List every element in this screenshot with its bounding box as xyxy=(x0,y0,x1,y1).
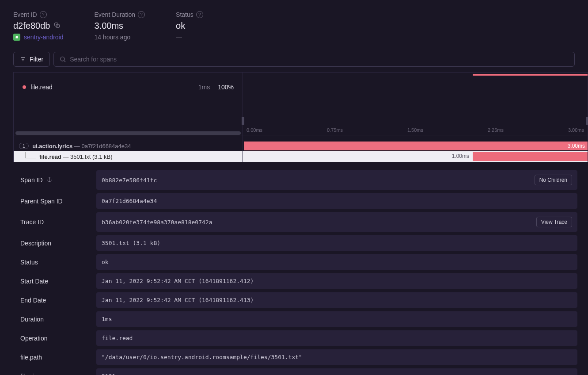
tick: 0.75ms xyxy=(327,127,343,133)
value-trace-id: b36ab020fe374fe98a370ae818e0742a xyxy=(102,219,212,226)
label-status: Status xyxy=(20,259,91,266)
toolbar: Filter xyxy=(0,47,588,72)
label-start-date: Start Date xyxy=(20,278,91,285)
legend-dot-icon xyxy=(23,85,26,89)
event-header: Event ID ? d2fe80db sentry-android Event… xyxy=(0,0,588,47)
value-start-date: Jan 11, 2022 9:52:42 AM CET (1641891162.… xyxy=(102,278,254,284)
search-icon xyxy=(59,56,66,63)
value-parent-span-id: 0a7f21d6684a4e34 xyxy=(102,198,157,204)
minimap-span-bar xyxy=(473,74,588,76)
span-duration: 3.00ms xyxy=(568,143,585,149)
legend-pct: 100% xyxy=(218,84,234,91)
label-duration: Duration xyxy=(20,316,91,323)
chart-legend-panel: file.read 1ms 100% xyxy=(14,73,243,135)
label-trace-id: Trace ID xyxy=(20,218,91,226)
view-trace-button[interactable]: View Trace xyxy=(536,217,572,227)
label-operation: Operation xyxy=(20,335,91,342)
anchor-icon[interactable] xyxy=(46,176,53,184)
search-input-wrap[interactable] xyxy=(53,52,575,67)
help-icon[interactable]: ? xyxy=(196,11,203,18)
event-duration-sub: 14 hours ago xyxy=(95,34,145,41)
event-duration-label: Event Duration xyxy=(95,11,136,18)
scrollbar-thumb[interactable] xyxy=(15,131,241,135)
tick: 3.00ms xyxy=(568,127,584,133)
project-name: sentry-android xyxy=(24,34,64,41)
tree-gap xyxy=(14,135,588,141)
filter-icon xyxy=(20,56,26,62)
event-duration-value: 3.00ms xyxy=(95,21,145,31)
event-status-sub: — xyxy=(176,34,203,41)
minimap-handle-left[interactable] xyxy=(242,117,244,125)
android-icon xyxy=(13,34,20,41)
label-parent-span-id: Parent Span ID xyxy=(20,198,91,205)
span-bar xyxy=(473,152,588,161)
minimap-handle-right[interactable] xyxy=(586,117,588,125)
filter-label: Filter xyxy=(30,56,43,63)
span-details: Span ID 0b882e7e586f41fc No Children Par… xyxy=(0,162,588,375)
help-icon[interactable]: ? xyxy=(138,11,145,18)
search-input[interactable] xyxy=(70,56,569,63)
label-file-size: file.size xyxy=(20,373,91,375)
dash: — xyxy=(61,153,70,160)
label-span-id: Span ID xyxy=(20,176,43,184)
legend-ms: 1ms xyxy=(198,84,210,91)
minimap[interactable]: 0.00ms 0.75ms 1.50ms 2.25ms 3.00ms xyxy=(243,73,588,135)
span-desc: 3501.txt (3.1 kB) xyxy=(70,153,112,160)
span-row-parent[interactable]: 1 ui.action.lyrics — 0a7f21d6684a4e34 3.… xyxy=(14,141,588,151)
event-status-label: Status xyxy=(176,11,193,18)
project-link[interactable]: sentry-android xyxy=(13,34,64,41)
value-operation: file.read xyxy=(102,335,133,341)
value-duration: 1ms xyxy=(102,316,112,322)
event-id-label: Event ID xyxy=(13,11,37,18)
no-children-button[interactable]: No Children xyxy=(535,175,572,185)
value-file-path: "/data/user/0/io.sentry.android.roomsamp… xyxy=(102,354,302,360)
event-id-value: d2fe80db xyxy=(13,21,50,31)
dash: — xyxy=(72,143,81,149)
svg-point-7 xyxy=(49,177,49,178)
event-id-block: Event ID ? d2fe80db sentry-android xyxy=(13,11,64,41)
filter-button[interactable]: Filter xyxy=(13,52,50,67)
span-bar: 3.00ms xyxy=(244,142,588,150)
svg-point-5 xyxy=(61,57,64,61)
tick: 0.00ms xyxy=(247,127,262,133)
label-file-path: file.path xyxy=(20,354,91,361)
chart-area: file.read 1ms 100% 0.00ms 0.75ms 1.50ms … xyxy=(13,72,588,135)
value-span-id: 0b882e7e586f41fc xyxy=(102,177,157,184)
svg-line-6 xyxy=(64,61,65,62)
event-status-block: Status ? ok — xyxy=(176,11,203,41)
span-id-short: 0a7f21d6684a4e34 xyxy=(81,143,131,149)
span-tree: 1 ui.action.lyrics — 0a7f21d6684a4e34 3.… xyxy=(13,135,588,162)
copy-icon[interactable] xyxy=(53,21,61,31)
time-ticks: 0.00ms 0.75ms 1.50ms 2.25ms 3.00ms xyxy=(243,127,588,133)
value-status: ok xyxy=(102,259,109,265)
legend-name: file.read xyxy=(30,84,194,91)
child-count-pill: 1 xyxy=(19,143,29,149)
tick: 2.25ms xyxy=(488,127,504,133)
event-status-value: ok xyxy=(176,21,203,31)
value-description: 3501.txt (3.1 kB) xyxy=(102,240,160,246)
help-icon[interactable]: ? xyxy=(40,11,47,18)
legend-row: file.read 1ms 100% xyxy=(23,84,234,91)
span-row-child[interactable]: file.read — 3501.txt (3.1 kB) 1.00ms xyxy=(14,151,588,162)
tree-connector-icon xyxy=(25,152,36,158)
span-op: ui.action.lyrics xyxy=(32,143,72,149)
span-duration: 1.00ms xyxy=(452,153,469,159)
label-description: Description xyxy=(20,240,91,247)
value-file-size: 3121 xyxy=(102,373,115,375)
label-end-date: End Date xyxy=(20,297,91,304)
value-end-date: Jan 11, 2022 9:52:42 AM CET (1641891162.… xyxy=(102,297,254,303)
tick: 1.50ms xyxy=(407,127,423,133)
span-op: file.read xyxy=(39,153,61,160)
event-duration-block: Event Duration ? 3.00ms 14 hours ago xyxy=(95,11,145,41)
